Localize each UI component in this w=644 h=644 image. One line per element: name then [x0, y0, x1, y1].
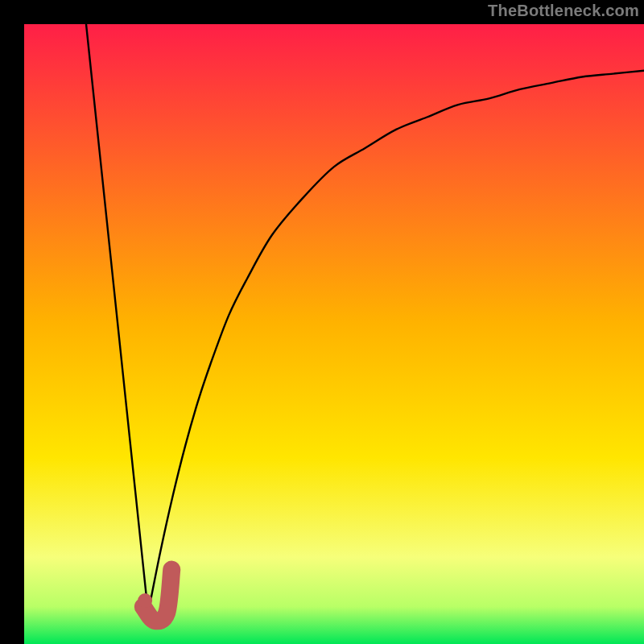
attribution-label: TheBottleneck.com	[488, 2, 639, 20]
plot-area	[24, 24, 644, 644]
bottleneck-chart	[0, 0, 644, 644]
marker-dot	[138, 593, 152, 608]
